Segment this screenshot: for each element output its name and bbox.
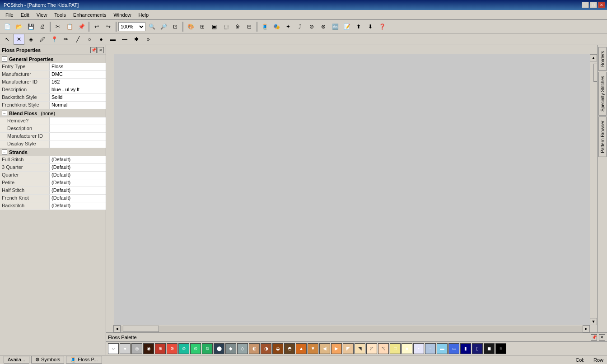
palette-swatch-3[interactable]: ◉ <box>143 343 154 354</box>
snap-button[interactable]: ⊟ <box>244 21 255 32</box>
palette-swatch-13[interactable]: ◑ <box>261 343 271 354</box>
palette-swatch-14[interactable]: ◒ <box>272 343 283 354</box>
palette-swatch-27[interactable]: ▫ <box>425 343 436 354</box>
palette-swatch-23[interactable]: ◹ <box>378 343 389 354</box>
tool-erase[interactable]: ◈ <box>25 34 36 45</box>
redo-button[interactable]: ↪ <box>103 21 114 32</box>
menu-file[interactable]: File <box>2 11 17 19</box>
palette-swatch-10[interactable]: ◆ <box>225 343 236 354</box>
palette-swatch-26[interactable]: ▪ <box>413 343 424 354</box>
panel-close-button[interactable]: ✕ <box>98 47 104 53</box>
select-button[interactable]: ⬚ <box>220 21 231 32</box>
palette-swatch-11[interactable]: ◇ <box>237 343 248 354</box>
symbol-button[interactable]: ※ <box>232 21 243 32</box>
palette-swatch-29[interactable]: ▭ <box>448 343 459 354</box>
minimize-button[interactable]: _ <box>582 2 589 8</box>
stitch-button[interactable]: ✦ <box>283 21 294 32</box>
strands-header[interactable]: − Strands <box>0 148 106 156</box>
menu-tools[interactable]: Tools <box>51 11 70 19</box>
backstitch-button[interactable]: ⤴ <box>294 21 305 32</box>
save-button[interactable]: 💾 <box>25 21 36 32</box>
zoom-out-button[interactable]: 🔍 <box>146 21 157 32</box>
palette-swatch-0[interactable]: ○ <box>108 343 119 354</box>
palette-swatch-24[interactable]: □ <box>390 343 401 354</box>
palette-swatch-7[interactable]: ⊙ <box>190 343 201 354</box>
palette-swatch-22[interactable]: ◸ <box>366 343 377 354</box>
tab-floss-p[interactable]: 🧵 Floss P... <box>66 356 102 364</box>
tool-arrow[interactable]: ↖ <box>2 34 13 45</box>
palette-swatch-21[interactable]: ◥ <box>355 343 365 354</box>
tool-cross[interactable]: ✕ <box>14 34 24 45</box>
tool-star[interactable]: ✱ <box>131 34 142 45</box>
scroll-track-h[interactable] <box>121 326 583 332</box>
tab-available[interactable]: Availa... <box>4 356 29 364</box>
tool-bar[interactable]: ▬ <box>107 34 118 45</box>
menu-window[interactable]: Window <box>110 11 135 19</box>
fill-button[interactable]: ⊛ <box>318 21 329 32</box>
tool-more[interactable]: » <box>143 34 154 45</box>
note-button[interactable]: 📝 <box>341 21 352 32</box>
palette-swatch-8[interactable]: ⊚ <box>202 343 213 354</box>
tool-pick[interactable]: 🖊 <box>37 34 48 45</box>
palette-swatch-28[interactable]: ▬ <box>437 343 448 354</box>
scroll-thumb-h[interactable] <box>123 326 159 332</box>
tool-pencil[interactable]: ✏ <box>61 34 71 45</box>
palette-swatch-19[interactable]: ▶ <box>331 343 342 354</box>
palette-swatch-16[interactable]: ▲ <box>296 343 307 354</box>
thread-button[interactable]: 🧵 <box>259 21 270 32</box>
panel-pin-button[interactable]: 📌 <box>90 47 97 53</box>
menu-edit[interactable]: Edit <box>17 11 33 19</box>
delete-stitch-button[interactable]: ⊘ <box>306 21 317 32</box>
copy-button[interactable]: 📋 <box>64 21 75 32</box>
menu-view[interactable]: View <box>33 11 51 19</box>
menu-help[interactable]: Help <box>135 11 153 19</box>
vertical-scrollbar[interactable]: ▲ ▼ <box>590 54 597 325</box>
palette-swatch-9[interactable]: ⬤ <box>214 343 224 354</box>
palette-swatch-32[interactable]: ◼ <box>484 343 495 354</box>
palette-close[interactable]: ✕ <box>599 334 605 341</box>
palette-swatch-2[interactable]: ◎ <box>131 343 142 354</box>
palette-swatch-4[interactable]: ⊕ <box>155 343 166 354</box>
general-properties-header[interactable]: − General Properties <box>0 55 106 63</box>
import-button[interactable]: ⬆ <box>353 21 364 32</box>
open-button[interactable]: 📂 <box>14 21 24 32</box>
palette-swatch-20[interactable]: ◤ <box>343 343 354 354</box>
tool-dash[interactable]: — <box>119 34 130 45</box>
grid-button[interactable]: ⊞ <box>197 21 208 32</box>
sidebar-tab-browser[interactable]: Pattern Browser <box>598 117 607 157</box>
help-icon-button[interactable]: ❓ <box>377 21 388 32</box>
horizontal-scrollbar[interactable]: ◄ ► <box>113 325 590 332</box>
menu-enhancements[interactable]: Enhancements <box>70 11 110 19</box>
scroll-left-button[interactable]: ◄ <box>113 325 121 332</box>
blend-floss-header[interactable]: − Blend Floss (none) <box>0 109 106 117</box>
tool-circle[interactable]: ○ <box>84 34 95 45</box>
palette-swatch-15[interactable]: ◓ <box>284 343 295 354</box>
print-button[interactable]: 🖨 <box>37 21 48 32</box>
palette-swatch-5[interactable]: ⊗ <box>167 343 177 354</box>
sidebar-tab-specialty[interactable]: Specialty Stitches <box>598 72 607 116</box>
tool-pin[interactable]: 📍 <box>49 34 60 45</box>
sidebar-tab-borders[interactable]: Borders <box>598 47 607 71</box>
palette-swatch-1[interactable]: ● <box>120 343 131 354</box>
close-button[interactable]: ✕ <box>598 2 605 8</box>
text-button[interactable]: 🔤 <box>330 21 341 32</box>
new-button[interactable]: 📄 <box>2 21 13 32</box>
scroll-right-button[interactable]: ► <box>583 325 590 332</box>
palette-swatch-30[interactable]: ▮ <box>460 343 471 354</box>
scroll-thumb-v[interactable] <box>593 64 597 82</box>
scroll-up-button[interactable]: ▲ <box>590 54 597 61</box>
scroll-down-button[interactable]: ▼ <box>590 318 597 325</box>
color-button[interactable]: 🎨 <box>185 21 196 32</box>
tool-line[interactable]: ╱ <box>72 34 83 45</box>
zoom-select[interactable]: 25% 50% 75% 100% 150% 200% <box>118 22 145 31</box>
frame-button[interactable]: ▣ <box>209 21 219 32</box>
undo-button[interactable]: ↩ <box>91 21 102 32</box>
palette-swatch-17[interactable]: ▼ <box>308 343 318 354</box>
zoom-fit-button[interactable]: ⊡ <box>170 21 181 32</box>
stitch-canvas[interactable] <box>114 54 588 316</box>
palette-swatch-12[interactable]: ◐ <box>249 343 260 354</box>
maximize-button[interactable]: □ <box>590 2 597 8</box>
tool-fill-circle[interactable]: ● <box>96 34 107 45</box>
cut-button[interactable]: ✂ <box>52 21 63 32</box>
tab-symbols[interactable]: ⚙ Symbols <box>31 356 64 364</box>
